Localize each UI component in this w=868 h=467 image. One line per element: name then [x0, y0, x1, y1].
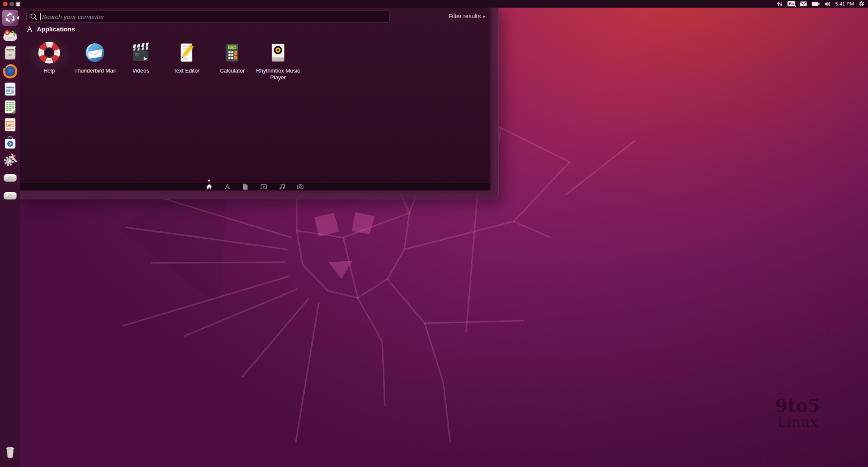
thunderbird-icon	[83, 41, 107, 64]
trash-icon	[2, 444, 19, 461]
file-cabinet-icon	[2, 45, 19, 62]
app-label: Calculator	[220, 67, 245, 74]
sidebar-item-ubuntu-dash[interactable]	[1, 9, 19, 26]
clock[interactable]: 5:41 PM	[835, 1, 854, 6]
app-label: Videos	[132, 67, 149, 74]
music-lens-icon[interactable]	[278, 183, 286, 190]
libreoffice-writer-icon	[2, 81, 19, 98]
filter-results-button[interactable]: Filter results ▸	[448, 13, 486, 20]
network-activity-icon[interactable]	[777, 1, 783, 7]
sidebar-item-libreoffice-writer[interactable]	[1, 81, 19, 98]
sidebar-item-firefox[interactable]	[1, 63, 19, 80]
sidebar-item-system-settings[interactable]	[1, 152, 19, 169]
videos-clapperboard-icon	[129, 41, 153, 64]
window-controls	[0, 2, 20, 6]
app-tile-rhythmbox[interactable]: Rhythmbox Music Player	[255, 41, 301, 81]
app-tile-help[interactable]: Help	[26, 41, 72, 81]
applications-section-header: Applications	[26, 25, 75, 33]
keyboard-layout-indicator[interactable]: En	[787, 1, 795, 6]
install-ubuntu-icon	[2, 27, 19, 44]
sidebar-item-libreoffice-impress[interactable]	[1, 116, 19, 133]
libreoffice-calc-icon	[2, 98, 19, 115]
keyboard-layout-label: En	[789, 2, 794, 6]
section-title: Applications	[37, 25, 75, 33]
battery-icon[interactable]	[812, 1, 820, 6]
applications-grid: Help	[26, 41, 301, 81]
calculator-display: 3.14	[229, 46, 236, 49]
home-lens-icon[interactable]	[205, 183, 213, 190]
applications-lens-icon	[26, 26, 33, 33]
maximize-button[interactable]	[16, 2, 20, 6]
chevron-right-icon: ▸	[483, 14, 486, 19]
disk-drive-icon	[2, 187, 19, 204]
software-bag-icon	[2, 134, 19, 151]
app-tile-calculator[interactable]: 3.14 Calculator	[209, 41, 255, 81]
mail-icon[interactable]	[800, 1, 807, 6]
minimize-button[interactable]	[9, 2, 14, 6]
text-editor-icon	[175, 41, 198, 64]
sidebar-item-ubuntu-software[interactable]	[1, 134, 19, 151]
disk-drive-icon	[2, 170, 19, 187]
search-icon	[30, 13, 37, 20]
sidebar-item-files[interactable]	[1, 45, 19, 62]
rhythmbox-speaker-icon	[266, 41, 290, 64]
watermark-line2: Linux	[768, 415, 827, 429]
watermark: 9to5 Linux	[768, 397, 827, 429]
ubuntu-dash-icon	[2, 9, 19, 26]
dash-body: Filter results ▸ Applications	[20, 8, 490, 190]
sidebar-item-install-ubuntu[interactable]	[1, 27, 19, 44]
files-lens-icon[interactable]	[241, 183, 250, 190]
launcher	[0, 8, 20, 467]
app-tile-text-editor[interactable]: Text Editor	[164, 41, 209, 81]
app-tile-thunderbird[interactable]: Thunderbird Mail	[72, 41, 118, 81]
focused-app-arrow	[17, 16, 19, 20]
videos-lens-icon[interactable]	[259, 183, 268, 190]
libreoffice-impress-icon	[2, 116, 19, 133]
search-bar[interactable]	[26, 11, 390, 23]
sidebar-item-disk-2[interactable]	[1, 187, 19, 204]
help-lifebuoy-icon	[37, 41, 61, 64]
lens-bar	[20, 182, 490, 190]
watermark-line1: 9to5	[768, 397, 827, 415]
app-label: Text Editor	[173, 67, 199, 74]
sidebar-item-disk-1[interactable]	[1, 170, 19, 187]
settings-tools-icon	[2, 152, 19, 169]
text-cursor	[40, 13, 41, 20]
photos-lens-icon[interactable]	[296, 183, 304, 190]
sidebar-item-trash[interactable]	[1, 444, 19, 461]
top-panel: En 5:41 PM	[0, 0, 868, 8]
volume-icon[interactable]	[824, 1, 831, 7]
system-tray: En 5:41 PM	[777, 1, 868, 7]
app-tile-videos[interactable]: Videos	[118, 41, 164, 81]
search-input[interactable]	[42, 13, 386, 20]
applications-lens-icon[interactable]	[223, 183, 231, 190]
firefox-icon	[2, 63, 19, 80]
close-button[interactable]	[3, 2, 8, 6]
calculator-icon: 3.14	[220, 41, 244, 64]
session-gear-icon[interactable]	[859, 1, 865, 7]
dash-overlay: Filter results ▸ Applications	[20, 8, 499, 199]
app-label: Thunderbird Mail	[74, 67, 116, 74]
sidebar-item-libreoffice-calc[interactable]	[1, 98, 19, 115]
desktop: 9to5 Linux En	[0, 0, 868, 467]
app-label: Rhythmbox Music Player	[256, 67, 300, 81]
active-lens-caret	[207, 180, 211, 182]
filter-results-label: Filter results	[448, 13, 481, 20]
